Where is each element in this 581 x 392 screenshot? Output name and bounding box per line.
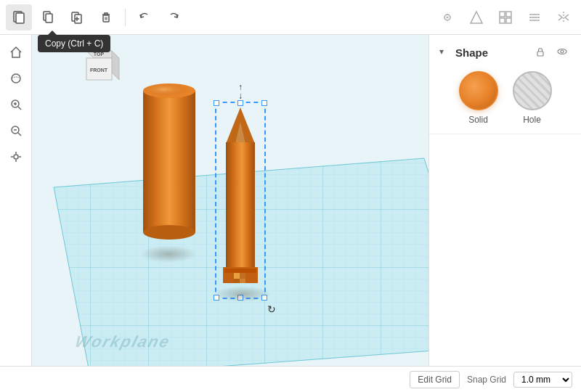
hole-circle (513, 71, 552, 110)
pencil-shadow (214, 286, 272, 302)
svg-text:TOP: TOP (94, 52, 105, 57)
svg-rect-8 (103, 15, 109, 22)
svg-point-58 (561, 50, 564, 53)
new-button[interactable] (6, 4, 32, 30)
svg-marker-39 (112, 51, 119, 80)
svg-rect-13 (500, 12, 505, 17)
shape-panel-header: ▾ Shape (439, 44, 571, 61)
svg-point-21 (12, 74, 20, 83)
viewport[interactable]: Workplane TOP FRONT (32, 35, 428, 366)
hole-label: Hole (523, 115, 541, 125)
hole-option[interactable]: Hole (513, 71, 552, 125)
right-panel: ▾ Shape Solid (428, 35, 581, 366)
orbit-button[interactable] (4, 67, 28, 90)
rotate-arrow: ↻ (267, 303, 276, 315)
shape-tool-button[interactable] (465, 6, 488, 29)
left-sidebar (0, 35, 32, 366)
grid-button[interactable] (494, 6, 517, 29)
svg-rect-51 (224, 269, 256, 273)
zoom-in-button[interactable] (4, 93, 28, 116)
toolbar-right (436, 6, 575, 29)
fit-button[interactable] (4, 145, 28, 168)
duplicate-button[interactable] (64, 4, 90, 30)
shape-collapse-button[interactable]: ▾ (439, 46, 451, 58)
svg-rect-16 (506, 18, 511, 23)
cylinder-object[interactable] (139, 83, 199, 245)
light-button[interactable] (436, 6, 459, 29)
undo-button[interactable] (131, 4, 158, 30)
status-bar: Edit Grid Snap Grid 1.0 mm 0.5 mm 0.25 m… (0, 366, 581, 392)
navcube-svg: TOP FRONT (72, 42, 124, 94)
svg-rect-43 (143, 91, 195, 232)
svg-line-28 (18, 133, 21, 136)
svg-rect-52 (234, 273, 240, 279)
main-area: Workplane TOP FRONT (0, 35, 581, 366)
toolbar-left (6, 4, 434, 30)
shape-panel-section: ▾ Shape Solid (429, 35, 581, 134)
solid-option[interactable]: Solid (459, 71, 498, 125)
toolbar-divider-1 (125, 9, 126, 26)
snap-grid-label: Snap Grid (467, 375, 506, 385)
svg-rect-53 (240, 273, 245, 279)
nav-cube[interactable]: TOP FRONT (72, 42, 124, 94)
svg-text:FRONT: FRONT (90, 68, 108, 73)
delete-button[interactable] (93, 4, 119, 30)
redo-button[interactable] (161, 4, 187, 30)
solid-circle (459, 71, 498, 110)
mirror-button[interactable] (552, 6, 575, 29)
shape-lock-button[interactable] (532, 44, 549, 61)
svg-rect-54 (234, 279, 240, 283)
svg-rect-15 (500, 18, 505, 23)
svg-point-29 (14, 155, 18, 159)
svg-rect-14 (506, 12, 511, 17)
cylinder-shadow (139, 245, 198, 263)
snap-grid-select[interactable]: 1.0 mm 0.5 mm 0.25 mm 2.0 mm (513, 372, 572, 388)
svg-rect-1 (16, 13, 24, 23)
list-button[interactable] (523, 6, 546, 29)
svg-rect-3 (46, 14, 52, 23)
svg-point-46 (143, 83, 195, 98)
copy-style-button[interactable] (35, 4, 61, 30)
svg-rect-55 (240, 279, 245, 283)
svg-rect-49 (226, 142, 255, 269)
svg-point-12 (446, 16, 449, 19)
edit-grid-button[interactable]: Edit Grid (410, 371, 460, 388)
svg-point-45 (143, 225, 195, 240)
shape-options: Solid Hole (439, 71, 571, 125)
toolbar: Copy (Ctrl + C) (0, 0, 581, 35)
pencil-object[interactable]: ↑↓ ↻ (221, 107, 260, 293)
move-arrows: ↑↓ (238, 83, 243, 100)
solid-label: Solid (468, 115, 488, 125)
shape-panel-title: Shape (455, 46, 527, 59)
zoom-out-button[interactable] (4, 119, 28, 142)
shape-eye-button[interactable] (553, 44, 571, 61)
svg-rect-56 (537, 52, 543, 56)
home-button[interactable] (4, 41, 28, 64)
svg-line-25 (18, 107, 21, 110)
